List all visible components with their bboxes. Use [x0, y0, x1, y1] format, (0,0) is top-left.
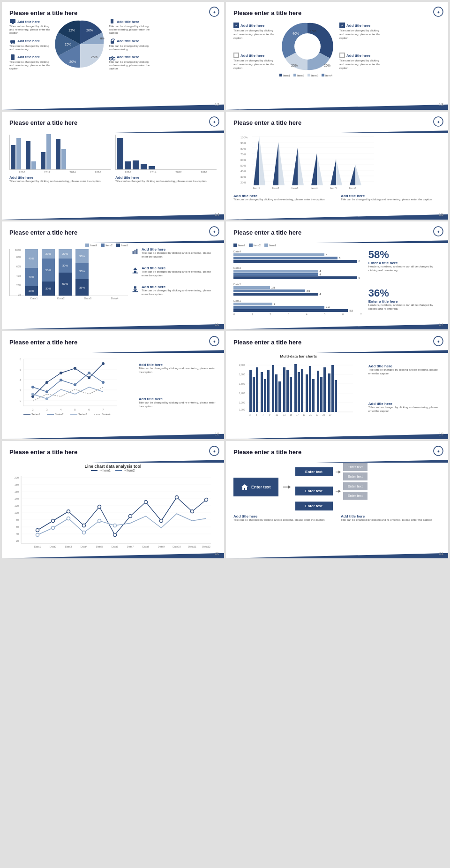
svg-rect-158 — [286, 370, 289, 412]
svg-text:Series2: Series2 — [55, 413, 64, 415]
bar-2-1 — [26, 141, 30, 169]
svg-rect-3 — [12, 23, 14, 24]
svg-rect-162 — [301, 369, 303, 412]
slide-2-content: ✓ Add title here Title can be changed by… — [233, 18, 441, 75]
slide-9-content: Line chart data analysis tool →Item1 →It… — [9, 464, 217, 551]
svg-text:5: 5 — [256, 414, 257, 416]
flow-btn-1[interactable]: Enter text — [295, 467, 333, 476]
svg-text:17: 17 — [296, 414, 299, 416]
svg-text:50%: 50% — [240, 164, 247, 167]
stat-2: 36% Enter a title here Headers, numbers,… — [368, 287, 441, 311]
svg-text:✦: ✦ — [213, 340, 216, 344]
flow-gray-1[interactable]: Enter text — [343, 463, 368, 471]
flow-row-1: Enter text Enter text Enter text — [295, 463, 368, 480]
desc-10-2-desc: Title can be changed by clicking and re-… — [341, 518, 441, 522]
bars-3-1 — [9, 135, 111, 170]
svg-text:Data4: Data4 — [81, 545, 88, 548]
text-7-1: Add title here Title can be changed by c… — [139, 363, 217, 374]
svg-text:Data12: Data12 — [202, 545, 210, 548]
data1-bars: 2 4.4 5.5 — [233, 303, 364, 312]
label-5-desc: Title can be changed by clicking and re-… — [9, 61, 52, 71]
svg-rect-27 — [293, 74, 296, 76]
svg-text:Item1: Item1 — [253, 187, 260, 190]
svg-rect-84 — [134, 286, 136, 289]
svg-marker-64 — [311, 153, 317, 185]
multi-bar-section: Multi-data bar charts 2,000 1,800 1,600 … — [233, 354, 364, 423]
chart-4-desc1: Title can be changed by clicking and re-… — [233, 198, 333, 202]
slide-3: Please enter a title here ✦ — [2, 112, 224, 220]
label-2-desc: Title can be changed by clicking and re-… — [109, 25, 151, 35]
svg-text:7: 7 — [102, 408, 104, 411]
label-4-title: Add title here — [117, 39, 139, 43]
svg-text:✦: ✦ — [213, 120, 216, 124]
chart-4-title1: Add title here — [233, 194, 333, 198]
flow-btn-2[interactable]: Enter text — [295, 487, 333, 495]
svg-text:Item2: Item2 — [297, 74, 305, 77]
slide-accent-8 — [226, 433, 448, 439]
slide-number-6: 17 — [439, 322, 443, 327]
flow-gray-4[interactable]: Enter text — [343, 492, 368, 500]
checkbox-1: ✓ — [233, 23, 239, 28]
slide-accent-7 — [2, 433, 224, 439]
slide-10-descs: Add title here Title can be changed by c… — [233, 514, 441, 522]
logo-6: ✦ — [433, 226, 443, 238]
svg-text:Item2: Item2 — [272, 187, 279, 190]
chart-3-1-desc: Title can be changed by clicking and re-… — [9, 180, 111, 183]
desc-10-1-title: Add title here — [233, 514, 333, 518]
svg-marker-57 — [259, 136, 265, 185]
check-4-desc: Title can be changed by clicking and re-… — [339, 59, 382, 70]
slide-2-title: Please enter a title here — [233, 9, 441, 16]
stack-2: 20% 50% 30% — [42, 249, 55, 296]
slide-number-5: 16 — [215, 322, 219, 327]
main-button-label: Enter text — [251, 485, 271, 489]
chart-3-1: 2010201220142016 Add title here Title ca… — [9, 135, 111, 183]
text-8-2-desc: Title can be changed by clicking and re-… — [368, 406, 441, 413]
svg-text:✦: ✦ — [437, 120, 440, 124]
flow-gray-2[interactable]: Enter text — [343, 472, 368, 480]
svg-text:20%: 20% — [69, 60, 76, 63]
flow-btn-3[interactable]: Enter text — [295, 502, 333, 510]
slide-6-content: Item3 Item2 Item1 Data4 4 5 6 Data3 — [233, 244, 441, 316]
svg-point-209 — [36, 529, 39, 532]
svg-text:23: 23 — [316, 414, 319, 416]
desc-10-1-desc: Title can be changed by clicking and re-… — [233, 518, 333, 522]
svg-text:Data9: Data9 — [158, 545, 165, 548]
label-item-1: Add title here Title can be changed by c… — [9, 18, 52, 35]
svg-text:11: 11 — [276, 414, 278, 416]
svg-marker-82 — [133, 267, 137, 270]
svg-point-120 — [74, 383, 76, 386]
svg-point-218 — [175, 496, 179, 499]
top-bar-5 — [2, 238, 224, 243]
triangle-chart: 100% 90% 80% 70% 60% 50% 40% 30% 20% — [233, 134, 374, 190]
bar-group-1 — [11, 145, 15, 169]
monitor-icon — [9, 18, 16, 25]
svg-rect-156 — [278, 381, 281, 412]
upload-icon — [132, 266, 139, 274]
slide-5-title: Please enter a title here — [9, 229, 217, 236]
stat-1-desc: Headers, numbers, and more can all be ch… — [368, 265, 441, 273]
data4-bars: 4 5 6 — [233, 253, 364, 263]
svg-text:25: 25 — [322, 414, 325, 416]
flow-gray-3[interactable]: Enter text — [343, 482, 368, 490]
svg-text:120: 120 — [15, 504, 19, 507]
year-labels-1: 2010201220142016 — [9, 171, 111, 174]
stack-4: 30% 35% 35% — [75, 249, 89, 296]
svg-text:9: 9 — [269, 414, 270, 416]
desc-4-2: Add title here Title can be changed by c… — [341, 194, 441, 202]
logo-3: ✦ — [209, 116, 219, 129]
slide-accent-9 — [2, 552, 224, 558]
svg-marker-63 — [317, 153, 323, 185]
svg-point-122 — [102, 381, 105, 384]
stacked-chart: Item3 Item2 Item1 100% 80% 60% 40% 20% 0… — [9, 244, 128, 300]
slide-8-text: Add title here Title can be changed by c… — [368, 354, 441, 423]
flow-col-right-1: Enter text Enter text — [343, 463, 368, 480]
svg-marker-65 — [336, 159, 342, 185]
bar-group-1b — [16, 138, 21, 169]
svg-point-5 — [11, 42, 13, 44]
main-flow-button[interactable]: Enter text — [233, 478, 278, 496]
svg-marker-59 — [278, 142, 285, 185]
svg-marker-245 — [338, 471, 341, 473]
svg-text:15%: 15% — [310, 30, 316, 33]
svg-marker-35 — [2, 130, 224, 133]
check-2-desc: Title can be changed by clicking and re-… — [339, 29, 382, 40]
